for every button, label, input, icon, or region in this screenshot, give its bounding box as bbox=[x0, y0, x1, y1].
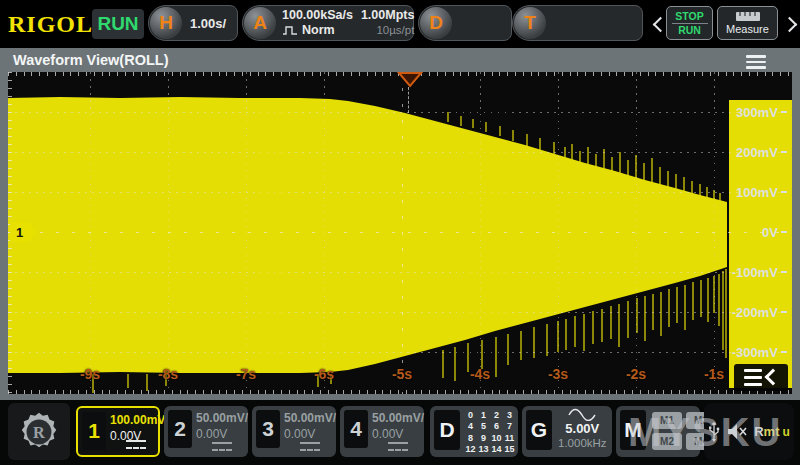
stop-label: STOP bbox=[672, 10, 708, 24]
waveform-title-bar[interactable]: Waveform View(ROLL) bbox=[0, 48, 800, 72]
channel-scale-value: 50.00mV/ bbox=[196, 411, 248, 425]
digital-channel-number: 6 bbox=[494, 421, 499, 431]
sample-rate-value: 100.00kSa/s bbox=[282, 8, 353, 23]
time-label: -3s bbox=[548, 366, 568, 382]
gear-icon: R bbox=[16, 409, 62, 455]
rigol-logo: RIGOL bbox=[8, 11, 93, 38]
grid-hline bbox=[8, 112, 792, 113]
generator-frequency: 1.000kHz bbox=[558, 436, 607, 451]
acquire-knob-icon[interactable]: A bbox=[244, 7, 276, 39]
digital-channel-number: 0 bbox=[468, 410, 473, 420]
square-wave-icon bbox=[282, 25, 298, 36]
grid-vline bbox=[636, 72, 637, 394]
memory-depth-value: 1.00Mpts bbox=[361, 8, 415, 23]
acquire-settings-button[interactable]: A 100.00kSa/s Norm 1.00Mpts 10µs/pt bbox=[242, 5, 414, 41]
stop-run-button[interactable]: STOP RUN bbox=[666, 6, 713, 40]
digital-channel-number: 5 bbox=[481, 421, 486, 431]
time-label: -2s bbox=[626, 366, 646, 382]
generator-tile: G bbox=[526, 410, 552, 450]
channel-1-button[interactable]: 1100.00mV/0.00V bbox=[76, 406, 160, 457]
channel-number-tile: 2 bbox=[168, 410, 192, 448]
status-box[interactable]: Rmt u bbox=[704, 403, 794, 460]
grid-vline bbox=[90, 72, 91, 394]
time-label: -5s bbox=[392, 366, 412, 382]
digital-channel-number: 11 bbox=[505, 433, 515, 443]
voltage-label: 200mV bbox=[736, 144, 787, 160]
grid-vline bbox=[558, 72, 559, 394]
channel-offset-value: 0.00V bbox=[196, 427, 227, 441]
channel-scale-value: 100.00mV/ bbox=[110, 413, 169, 427]
time-label: -4s bbox=[470, 366, 490, 382]
channel-scale-value: 50.00mV/ bbox=[372, 411, 424, 425]
remote-indicator: Rmt bbox=[754, 424, 779, 439]
usb-icon bbox=[708, 421, 720, 443]
digital-channel-number: 7 bbox=[507, 421, 512, 431]
trigger-position-icon[interactable] bbox=[397, 72, 423, 88]
speaker-muted-icon bbox=[727, 423, 747, 440]
digital-channel-numbers: 0123456789101112131415 bbox=[464, 409, 516, 455]
settings-gear-button[interactable]: R bbox=[8, 403, 70, 460]
results-collapse-icon[interactable] bbox=[734, 364, 788, 391]
ruler-bottom bbox=[8, 390, 792, 394]
math-button[interactable]: M M1M3M2M4 bbox=[616, 406, 700, 457]
math-m2-button[interactable]: M2 bbox=[652, 433, 682, 450]
decode-knob-icon[interactable]: D bbox=[420, 7, 452, 39]
coupling-icon bbox=[388, 442, 408, 451]
trigger-knob-icon[interactable]: T bbox=[514, 7, 546, 39]
voltage-label: -100mV bbox=[732, 264, 787, 280]
channel-3-button[interactable]: 350.00mV/0.00V bbox=[252, 406, 336, 457]
run-label: RUN bbox=[672, 24, 708, 37]
menu-icon[interactable] bbox=[746, 55, 766, 69]
grid-vline bbox=[402, 72, 403, 394]
voltage-label: -300mV bbox=[732, 344, 787, 360]
trigger-position-line bbox=[408, 87, 409, 113]
list-bars-icon bbox=[744, 369, 762, 387]
grid-hline bbox=[8, 232, 792, 233]
channel-offset-value: 0.00V bbox=[372, 427, 403, 441]
digital-channel-number: 8 bbox=[468, 433, 473, 443]
digital-channel-number: 10 bbox=[491, 433, 501, 443]
top-bar: RIGOL RUN H 1.00s/ A 100.00kSa/s Norm 1.… bbox=[0, 0, 800, 48]
measure-label: Measure bbox=[726, 23, 769, 35]
decode-settings-button[interactable]: D bbox=[418, 5, 512, 41]
channel-offset-value: 0.00V bbox=[284, 427, 315, 441]
channel-number-tile: 3 bbox=[256, 410, 280, 448]
channel-number-tile: 4 bbox=[344, 410, 368, 448]
digital-channel-number: 12 bbox=[465, 444, 475, 454]
grid-vline bbox=[480, 72, 481, 394]
horizontal-knob-icon[interactable]: H bbox=[150, 7, 182, 39]
digital-channel-number: 15 bbox=[504, 444, 514, 454]
grid-vline bbox=[168, 72, 169, 394]
acquire-mode-value: Norm bbox=[302, 23, 335, 38]
measure-button[interactable]: Measure bbox=[717, 6, 778, 40]
math-tile: M bbox=[620, 410, 646, 450]
timebase-value: 1.00s/ bbox=[190, 16, 226, 31]
grid-hline bbox=[8, 352, 792, 353]
toolbar-scroll-right-icon[interactable] bbox=[782, 17, 798, 33]
coupling-icon bbox=[212, 442, 232, 451]
digital-channels-button[interactable]: D 0123456789101112131415 bbox=[430, 406, 518, 457]
bottom-bar: R 1100.00mV/0.00V250.00mV/0.00V350.00mV/… bbox=[0, 400, 800, 465]
digital-channel-number: 2 bbox=[494, 410, 499, 420]
time-label: -6s bbox=[314, 366, 334, 382]
voltage-label: -200mV bbox=[732, 304, 787, 320]
trigger-settings-button[interactable]: T bbox=[512, 5, 643, 41]
generator-button[interactable]: G 5.00V 1.000kHz bbox=[522, 406, 612, 457]
math-m1-button[interactable]: M1 bbox=[652, 412, 682, 429]
horizontal-settings-button[interactable]: H 1.00s/ bbox=[148, 5, 238, 41]
sine-wave-icon bbox=[568, 408, 596, 421]
channel-4-button[interactable]: 450.00mV/0.00V bbox=[340, 406, 424, 457]
chevron-left-icon bbox=[764, 369, 781, 386]
channel-scale-value: 50.00mV/ bbox=[284, 411, 336, 425]
channel-2-button[interactable]: 250.00mV/0.00V bbox=[164, 406, 248, 457]
waveform-trace bbox=[8, 72, 792, 394]
grid-vline bbox=[324, 72, 325, 394]
plot-area[interactable]: 1 300mV200mV100mV0V-100mV-200mV-300mV-9s… bbox=[8, 72, 792, 394]
digital-channel-number: 4 bbox=[468, 421, 473, 431]
ruler-icon bbox=[735, 11, 761, 22]
grid-hline bbox=[8, 312, 792, 313]
run-status-badge[interactable]: RUN bbox=[92, 9, 144, 39]
time-label: -8s bbox=[158, 366, 178, 382]
grid-vline bbox=[246, 72, 247, 394]
digital-channel-number: 14 bbox=[491, 444, 501, 454]
